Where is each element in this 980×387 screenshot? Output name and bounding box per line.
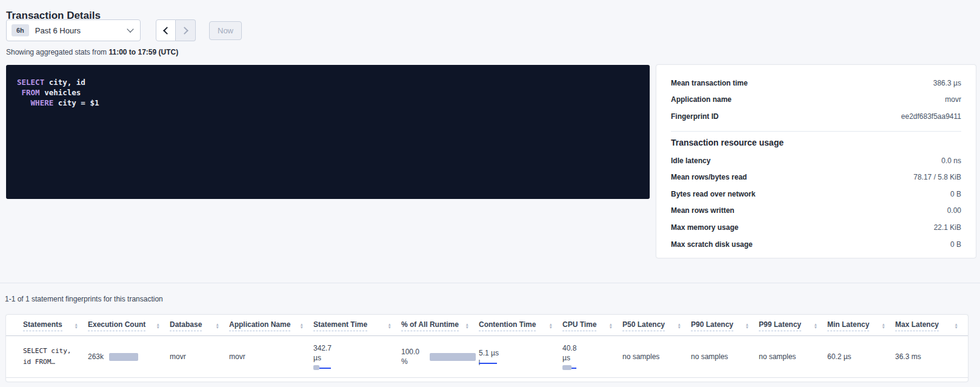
cpu-time-value: 40.8 µs — [562, 343, 585, 363]
sql-keyword: WHERE — [17, 98, 53, 107]
caption-prefix: Showing aggregated stats from — [6, 48, 107, 56]
resource-value: 0 B — [950, 240, 961, 249]
overview-row: Application name movr — [671, 92, 961, 109]
time-range-badge: 6h — [12, 24, 29, 36]
column-header-statements[interactable]: Statements — [23, 320, 62, 331]
column-header-p50-latency[interactable]: P50 Latency — [622, 320, 665, 331]
sort-icon[interactable]: ▲▼ — [465, 323, 469, 329]
overview-label: Mean transaction time — [671, 79, 748, 87]
overview-value: ee2df683f5aa9411 — [901, 112, 961, 121]
resource-row: Mean rows written 0.00 — [671, 203, 961, 220]
resource-label: Bytes read over network — [671, 190, 755, 198]
sql-keyword: FROM — [17, 88, 40, 97]
resource-usage-heading: Transaction resource usage — [671, 138, 961, 147]
pct-runtime-value: 100.0 % — [401, 347, 424, 366]
sort-icon[interactable]: ▲▼ — [388, 323, 392, 329]
column-header-pct-runtime[interactable]: % of All Runtime — [401, 320, 459, 331]
time-picker: 6h Past 6 Hours Now — [6, 19, 242, 41]
p50-latency-value: no samples — [622, 352, 659, 361]
resource-label: Mean rows written — [671, 206, 735, 215]
cpu-time-bar — [562, 365, 622, 370]
next-range-button[interactable] — [176, 19, 196, 41]
overview-value: 386.3 µs — [933, 79, 961, 87]
sort-icon[interactable]: ▲▼ — [75, 323, 78, 329]
execution-count-bar — [109, 353, 138, 361]
previous-range-button[interactable] — [156, 19, 176, 41]
column-header-p90-latency[interactable]: P90 Latency — [691, 320, 733, 331]
chevron-down-icon — [127, 25, 133, 32]
resource-value: 78.17 / 5.8 KiB — [913, 173, 961, 181]
column-header-database[interactable]: Database — [170, 320, 202, 331]
sort-icon[interactable]: ▲▼ — [300, 323, 304, 329]
aggregated-stats-caption: Showing aggregated stats from 11:00 to 1… — [6, 48, 178, 56]
column-header-min-latency[interactable]: Min Latency — [827, 320, 869, 331]
overview-label: Application name — [671, 95, 732, 104]
time-step-buttons — [156, 19, 196, 41]
sort-icon[interactable]: ▲▼ — [882, 323, 885, 329]
sql-text: city = $1 — [53, 98, 99, 107]
statement-time-value: 342.7 µs — [313, 343, 341, 363]
time-range-dropdown[interactable]: 6h Past 6 Hours — [6, 19, 141, 41]
divider — [0, 283, 980, 283]
statements-table-card: Statements▲▼ Execution Count▲▼ Database▲… — [6, 315, 968, 382]
sort-icon[interactable]: ▲▼ — [549, 323, 553, 329]
sql-fingerprint-box: SELECT city, id FROM vehicles WHERE city… — [6, 65, 650, 199]
chevron-right-icon — [181, 27, 188, 35]
sort-icon[interactable]: ▲▼ — [678, 323, 681, 329]
sql-text: city, id — [44, 78, 85, 87]
column-header-application-name[interactable]: Application Name — [229, 320, 290, 331]
statement-link[interactable]: SELECT city, id FROM… — [23, 346, 88, 368]
max-latency-value: 36.3 ms — [895, 352, 921, 361]
overview-label: Fingerprint ID — [671, 112, 719, 121]
overview-row: Mean transaction time 386.3 µs — [671, 75, 961, 92]
min-latency-value: 60.2 µs — [827, 352, 852, 361]
sort-icon[interactable]: ▲▼ — [156, 323, 160, 329]
database-value: movr — [170, 352, 186, 361]
resource-row: Max memory usage 22.1 KiB — [671, 219, 961, 236]
statement-text-line2: id FROM… — [23, 357, 88, 368]
sort-icon[interactable]: ▲▼ — [955, 323, 958, 329]
resource-label: Max scratch disk usage — [671, 240, 753, 249]
sql-keyword: SELECT — [17, 78, 44, 87]
resource-value: 22.1 KiB — [934, 223, 961, 232]
p99-latency-value: no samples — [759, 352, 796, 361]
resource-label: Mean rows/bytes read — [671, 173, 747, 181]
sort-icon[interactable]: ▲▼ — [609, 323, 613, 329]
table-header-row: Statements▲▼ Execution Count▲▼ Database▲… — [6, 315, 968, 336]
divider — [671, 131, 961, 132]
column-header-p99-latency[interactable]: P99 Latency — [759, 320, 801, 331]
sort-icon[interactable]: ▲▼ — [745, 323, 749, 329]
p90-latency-value: no samples — [691, 352, 728, 361]
resource-row: Max scratch disk usage 0 B — [671, 236, 961, 253]
resource-label: Max memory usage — [671, 223, 738, 232]
column-header-contention-time[interactable]: Contention Time — [479, 320, 536, 331]
now-button[interactable]: Now — [209, 21, 242, 40]
column-header-execution-count[interactable]: Execution Count — [88, 320, 145, 331]
resource-value: 0.0 ns — [941, 156, 961, 165]
sort-icon[interactable]: ▲▼ — [216, 323, 219, 329]
resource-value: 0 B — [950, 190, 961, 198]
resource-label: Idle latency — [671, 156, 710, 165]
time-range-label: Past 6 Hours — [35, 26, 128, 35]
statement-time-bar — [313, 365, 401, 370]
column-header-cpu-time[interactable]: CPU Time — [562, 320, 596, 331]
overview-value: movr — [945, 95, 961, 104]
statements-count-caption: 1-1 of 1 statement fingerprints for this… — [5, 295, 163, 303]
table-row: SELECT city, id FROM… 263k movr movr 342… — [6, 336, 968, 378]
overview-row: Fingerprint ID ee2df683f5aa9411 — [671, 108, 961, 125]
sql-text: vehicles — [40, 88, 81, 97]
contention-time-bar — [479, 360, 562, 365]
execution-count-value: 263k — [88, 352, 104, 361]
resource-row: Bytes read over network 0 B — [671, 186, 961, 203]
column-header-max-latency[interactable]: Max Latency — [895, 320, 939, 331]
resource-row: Idle latency 0.0 ns — [671, 152, 961, 169]
sort-icon[interactable]: ▲▼ — [814, 323, 818, 329]
statement-text-line1: SELECT city, — [23, 346, 88, 357]
chevron-left-icon — [163, 27, 171, 35]
transaction-overview-panel: Mean transaction time 386.3 µs Applicati… — [656, 65, 976, 258]
resource-row: Mean rows/bytes read 78.17 / 5.8 KiB — [671, 169, 961, 186]
statements-table: Statements▲▼ Execution Count▲▼ Database▲… — [6, 315, 968, 378]
column-header-statement-time[interactable]: Statement Time — [313, 320, 367, 331]
caption-range: 11:00 to 17:59 (UTC) — [108, 48, 178, 56]
application-name-value: movr — [229, 352, 245, 361]
